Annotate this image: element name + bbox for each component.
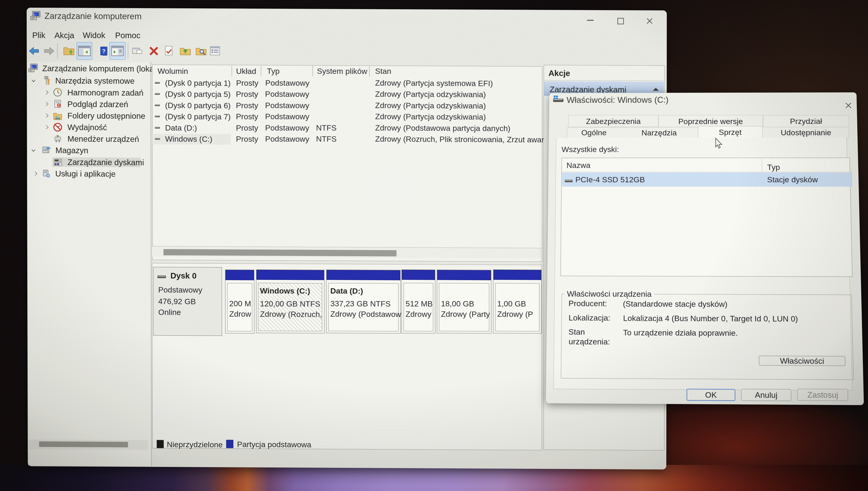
svg-text:?: ? <box>102 48 106 54</box>
